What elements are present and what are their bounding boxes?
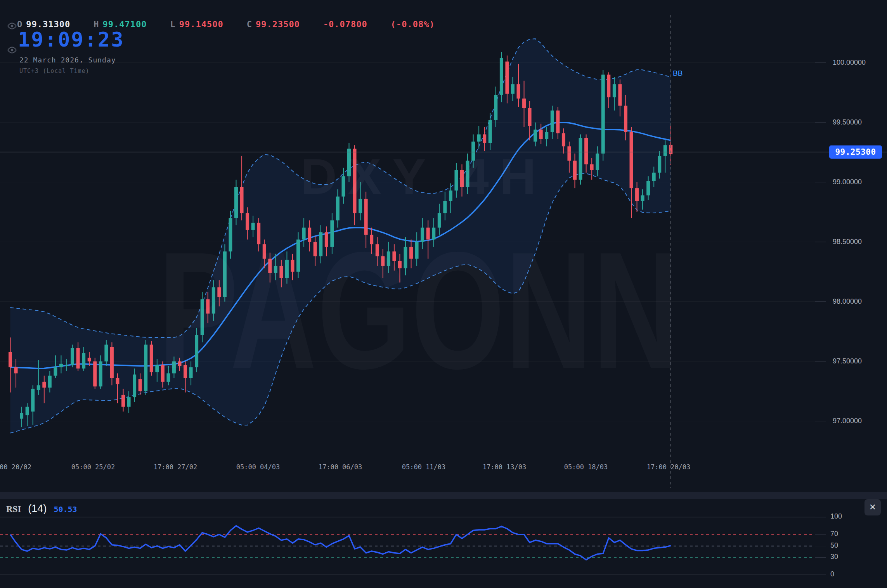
rsi-period: (14) bbox=[28, 503, 47, 515]
price-axis-label: 99.00000 bbox=[833, 178, 862, 187]
rsi-axis-label: 0 bbox=[830, 570, 834, 578]
rsi-axis-label: 100 bbox=[830, 512, 842, 521]
ohlc-close: C 99.23500 bbox=[247, 19, 300, 29]
time-axis-label: 05:00 18/03 bbox=[564, 463, 608, 471]
eye-icon[interactable] bbox=[7, 45, 17, 55]
close-value: 99.23500 bbox=[256, 19, 300, 29]
change-value: -0.07800 bbox=[323, 19, 367, 29]
rsi-header: RSI (14) 50.53 bbox=[6, 503, 77, 515]
low-label: L bbox=[170, 19, 175, 29]
local-time-clock: 19:09:23 bbox=[18, 28, 124, 51]
time-axis-label: 00 20/02 bbox=[0, 463, 31, 471]
price-axis-label: 97.50000 bbox=[833, 357, 862, 366]
rsi-axis-label: 70 bbox=[830, 530, 838, 538]
bollinger-band-label: BB bbox=[673, 69, 683, 78]
close-label: C bbox=[247, 19, 252, 29]
rsi-title: RSI bbox=[6, 504, 21, 514]
eye-icon[interactable] bbox=[7, 21, 17, 31]
watermark-symbol: DXY 4H bbox=[300, 147, 547, 206]
time-axis-label: 17:00 06/03 bbox=[319, 463, 362, 471]
date-label: 22 March 2026, Sunday bbox=[19, 56, 116, 64]
price-axis-label: 97.00000 bbox=[833, 417, 862, 425]
low-value: 99.14500 bbox=[179, 19, 223, 29]
rsi-panel-plot[interactable] bbox=[0, 498, 887, 588]
time-axis-label: 05:00 25/02 bbox=[71, 463, 115, 471]
price-axis-label: 100.00000 bbox=[833, 59, 866, 67]
time-axis-label: 17:00 27/02 bbox=[154, 463, 197, 471]
chart-app: DXY 4H PAGONN O 99.31300 H 99.47100 L 99… bbox=[0, 0, 887, 588]
price-axis-label: 99.50000 bbox=[833, 118, 862, 127]
time-axis-label: 17:00 20/03 bbox=[647, 463, 691, 471]
current-price-badge: 99.25300 bbox=[829, 145, 882, 159]
time-axis-label: 05:00 04/03 bbox=[236, 463, 280, 471]
timezone-label: UTC+3 (Local Time) bbox=[19, 67, 90, 74]
rsi-value: 50.53 bbox=[54, 505, 77, 514]
watermark-brand: PAGONN bbox=[158, 214, 680, 406]
rsi-close-button[interactable]: ✕ bbox=[864, 499, 881, 515]
price-axis-label: 98.50000 bbox=[833, 238, 862, 246]
rsi-axis-label: 50 bbox=[830, 541, 838, 550]
time-axis-label: 05:00 11/03 bbox=[402, 463, 446, 471]
time-axis-label: 17:00 13/03 bbox=[483, 463, 527, 471]
ohlc-low: L 99.14500 bbox=[170, 19, 223, 29]
price-axis-label: 98.00000 bbox=[833, 297, 862, 306]
rsi-axis-label: 30 bbox=[830, 553, 838, 561]
change-percent: (-0.08%) bbox=[391, 19, 435, 29]
